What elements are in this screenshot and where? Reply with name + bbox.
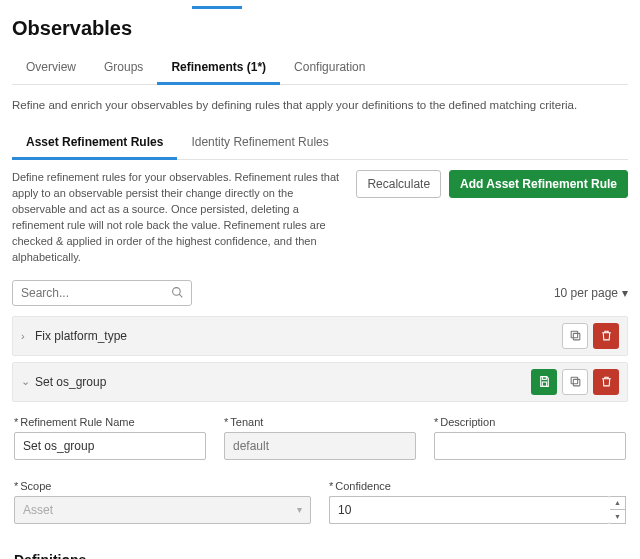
confidence-stepper[interactable]: ▲ ▼ xyxy=(610,496,626,524)
svg-rect-7 xyxy=(571,377,578,384)
svg-rect-5 xyxy=(542,382,546,386)
search-input[interactable] xyxy=(21,286,171,300)
refinement-description: Define refinement rules for your observa… xyxy=(12,170,346,266)
field-rule-name: Refinement Rule Name xyxy=(14,416,206,460)
per-page-label: 10 per page xyxy=(554,286,618,300)
refinement-subtabs: Asset Refinement Rules Identity Refineme… xyxy=(12,127,628,160)
tab-refinements[interactable]: Refinements (1*) xyxy=(157,52,280,84)
rule-name: Set os_group xyxy=(35,375,526,389)
label-confidence: Confidence xyxy=(329,480,626,492)
step-down-icon[interactable]: ▼ xyxy=(610,510,625,523)
rule-row: › Fix platform_type xyxy=(12,316,628,356)
save-rule-button[interactable] xyxy=(531,369,557,395)
field-scope: Scope Asset ▾ xyxy=(14,480,311,524)
caret-down-icon: ▾ xyxy=(622,286,628,300)
copy-rule-button[interactable] xyxy=(562,323,588,349)
confidence-input[interactable] xyxy=(329,496,610,524)
field-confidence: Confidence ▲ ▼ xyxy=(329,480,626,524)
chevron-right-icon[interactable]: › xyxy=(21,330,35,342)
tab-overview[interactable]: Overview xyxy=(12,52,90,84)
svg-point-0 xyxy=(173,288,181,296)
label-rule-name: Refinement Rule Name xyxy=(14,416,206,428)
page-title: Observables xyxy=(12,17,628,40)
field-description: Description xyxy=(434,416,626,460)
definitions-heading: Definitions xyxy=(14,552,626,559)
scope-value: Asset xyxy=(23,503,53,517)
description-input[interactable] xyxy=(434,432,626,460)
label-description: Description xyxy=(434,416,626,428)
tab-groups[interactable]: Groups xyxy=(90,52,157,84)
search-icon xyxy=(171,286,184,299)
rule-row: ⌄ Set os_group xyxy=(12,362,628,402)
per-page-selector[interactable]: 10 per page ▾ xyxy=(554,286,628,300)
add-asset-refinement-rule-button[interactable]: Add Asset Refinement Rule xyxy=(449,170,628,198)
svg-rect-6 xyxy=(573,380,580,387)
delete-rule-button[interactable] xyxy=(593,323,619,349)
rule-name-input[interactable] xyxy=(14,432,206,460)
page-description: Refine and enrich your observables by de… xyxy=(12,97,628,113)
delete-rule-button[interactable] xyxy=(593,369,619,395)
copy-rule-button[interactable] xyxy=(562,369,588,395)
chevron-down-icon[interactable]: ⌄ xyxy=(21,375,35,388)
caret-down-icon: ▾ xyxy=(297,504,302,515)
field-tenant: Tenant xyxy=(224,416,416,460)
main-tabs: Overview Groups Refinements (1*) Configu… xyxy=(12,52,628,85)
subtab-asset-rules[interactable]: Asset Refinement Rules xyxy=(12,127,177,159)
svg-rect-2 xyxy=(573,334,580,341)
tab-configuration[interactable]: Configuration xyxy=(280,52,379,84)
rule-name: Fix platform_type xyxy=(35,329,557,343)
tenant-input xyxy=(224,432,416,460)
svg-rect-3 xyxy=(571,331,578,338)
scope-select: Asset ▾ xyxy=(14,496,311,524)
step-up-icon[interactable]: ▲ xyxy=(610,497,625,511)
subtab-identity-rules[interactable]: Identity Refinement Rules xyxy=(177,127,342,159)
search-input-wrapper[interactable] xyxy=(12,280,192,306)
recalculate-button[interactable]: Recalculate xyxy=(356,170,441,198)
svg-rect-4 xyxy=(542,377,546,380)
label-tenant: Tenant xyxy=(224,416,416,428)
svg-line-1 xyxy=(179,294,182,297)
label-scope: Scope xyxy=(14,480,311,492)
